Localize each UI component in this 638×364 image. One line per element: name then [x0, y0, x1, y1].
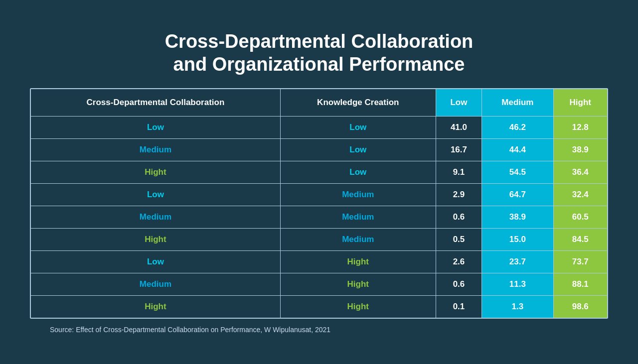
cell-low: 16.7 [436, 138, 482, 161]
cell-high: 36.4 [553, 161, 607, 183]
cell-medium: 46.2 [482, 116, 553, 138]
cell-low: 41.0 [436, 116, 482, 138]
table-body: LowLow41.046.212.8MediumLow16.744.438.9H… [31, 116, 608, 318]
cell-medium: 23.7 [482, 250, 553, 273]
cell-knowledge: Hight [280, 250, 436, 273]
cell-medium: 44.4 [482, 138, 553, 161]
cell-high: 88.1 [553, 273, 607, 295]
table-row: LowHight2.623.773.7 [31, 250, 608, 273]
cell-low: 0.1 [436, 295, 482, 318]
cell-high: 38.9 [553, 138, 607, 161]
cell-knowledge: Low [280, 138, 436, 161]
table-row: HightLow9.154.536.4 [31, 161, 608, 183]
cell-low: 2.9 [436, 183, 482, 206]
page-title: Cross-Departmental Collaboration and Org… [165, 30, 474, 76]
cell-high: 12.8 [553, 116, 607, 138]
header-col-high: Hight [553, 89, 607, 116]
cell-collaboration: Low [31, 250, 281, 273]
cell-knowledge: Hight [280, 273, 436, 295]
cell-collaboration: Medium [31, 138, 281, 161]
cell-medium: 54.5 [482, 161, 553, 183]
data-table: Cross-Departmental Collaboration Knowled… [30, 89, 608, 318]
cell-collaboration: Medium [31, 273, 281, 295]
table-row: LowLow41.046.212.8 [31, 116, 608, 138]
cell-low: 0.6 [436, 206, 482, 228]
cell-knowledge: Medium [280, 183, 436, 206]
cell-high: 60.5 [553, 206, 607, 228]
cell-low: 0.5 [436, 228, 482, 250]
cell-knowledge: Hight [280, 295, 436, 318]
cell-collaboration: Hight [31, 228, 281, 250]
cell-collaboration: Low [31, 183, 281, 206]
cell-medium: 64.7 [482, 183, 553, 206]
source-citation: Source: Effect of Cross-Departmental Col… [20, 326, 330, 334]
table-row: MediumMedium0.638.960.5 [31, 206, 608, 228]
header-col-low: Low [436, 89, 482, 116]
header-col-medium: Medium [482, 89, 553, 116]
cell-low: 9.1 [436, 161, 482, 183]
header-col-knowledge: Knowledge Creation [280, 89, 436, 116]
cell-high: 73.7 [553, 250, 607, 273]
table-row: MediumHight0.611.388.1 [31, 273, 608, 295]
table-row: HightHight0.11.398.6 [31, 295, 608, 318]
cell-high: 32.4 [553, 183, 607, 206]
cell-medium: 11.3 [482, 273, 553, 295]
cell-low: 0.6 [436, 273, 482, 295]
table-row: LowMedium2.964.732.4 [31, 183, 608, 206]
cell-knowledge: Low [280, 116, 436, 138]
cell-collaboration: Hight [31, 295, 281, 318]
cell-medium: 1.3 [482, 295, 553, 318]
cell-high: 84.5 [553, 228, 607, 250]
header-col-collaboration: Cross-Departmental Collaboration [31, 89, 281, 116]
cell-collaboration: Low [31, 116, 281, 138]
cell-knowledge: Low [280, 161, 436, 183]
cell-high: 98.6 [553, 295, 607, 318]
cell-collaboration: Medium [31, 206, 281, 228]
table-header-row: Cross-Departmental Collaboration Knowled… [31, 89, 608, 116]
cell-medium: 15.0 [482, 228, 553, 250]
data-table-wrapper: Cross-Departmental Collaboration Knowled… [30, 88, 608, 319]
cell-knowledge: Medium [280, 206, 436, 228]
cell-medium: 38.9 [482, 206, 553, 228]
table-row: MediumLow16.744.438.9 [31, 138, 608, 161]
cell-collaboration: Hight [31, 161, 281, 183]
cell-low: 2.6 [436, 250, 482, 273]
table-row: HightMedium0.515.084.5 [31, 228, 608, 250]
cell-knowledge: Medium [280, 228, 436, 250]
